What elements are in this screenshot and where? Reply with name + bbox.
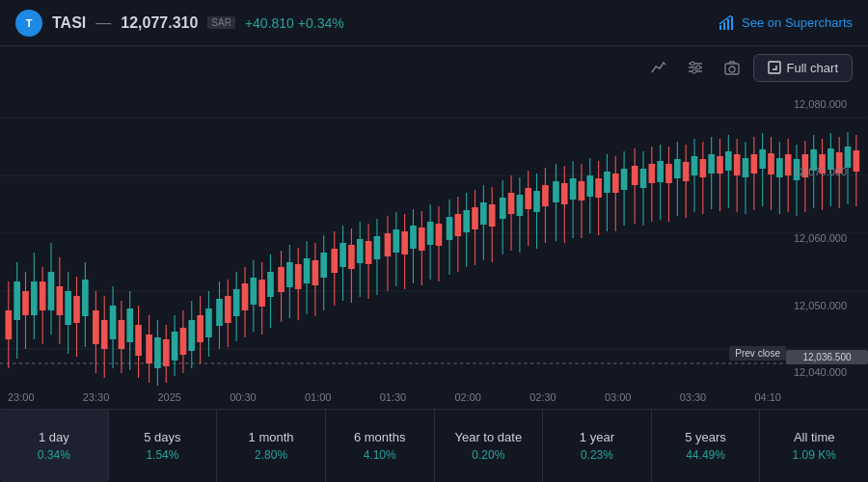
svg-rect-102: [366, 241, 372, 264]
camera-icon: [723, 59, 741, 76]
time-label-6: 02:00: [454, 391, 481, 405]
svg-rect-40: [93, 310, 99, 344]
time-label-9: 03:30: [680, 391, 707, 405]
svg-rect-96: [339, 243, 346, 267]
svg-rect-162: [632, 166, 638, 185]
period-ytd[interactable]: Year to date 0.20%: [435, 410, 544, 482]
price-main: 12,077.310: [121, 14, 198, 32]
svg-rect-120: [447, 217, 453, 240]
svg-point-8: [696, 66, 700, 69]
supercharts-label[interactable]: See on Supercharts: [742, 15, 853, 30]
svg-rect-86: [295, 264, 302, 289]
period-6months[interactable]: 6 months 4.10%: [326, 410, 435, 482]
price-level-5: 12,040.000: [794, 366, 860, 378]
svg-rect-28: [40, 281, 46, 310]
svg-rect-122: [455, 214, 462, 236]
svg-rect-110: [401, 231, 408, 254]
svg-rect-106: [385, 233, 392, 256]
svg-rect-136: [517, 195, 524, 216]
svg-rect-72: [233, 289, 240, 316]
svg-rect-160: [621, 169, 628, 190]
svg-rect-34: [65, 291, 71, 325]
svg-rect-158: [612, 174, 619, 193]
svg-rect-60: [180, 328, 187, 355]
svg-rect-58: [172, 332, 178, 361]
time-label-4: 01:00: [305, 391, 332, 405]
period-5years-change: 44.49%: [686, 448, 725, 462]
svg-point-9: [692, 69, 696, 73]
svg-rect-66: [205, 308, 212, 337]
toolbar: Full chart: [0, 46, 868, 89]
svg-rect-114: [419, 228, 425, 251]
price-axis: 12,080.000 12,070.000 12,060.000 12,050.…: [786, 89, 868, 388]
currency-badge: SAR: [207, 16, 235, 29]
full-chart-label: Full chart: [787, 61, 838, 75]
svg-rect-124: [463, 210, 470, 232]
svg-rect-82: [278, 267, 285, 292]
svg-rect-64: [197, 315, 203, 342]
svg-point-11: [729, 67, 735, 72]
line-chart-icon: [650, 59, 667, 76]
time-label-7: 02:30: [529, 391, 556, 405]
svg-rect-38: [82, 280, 89, 316]
period-5days-label: 5 days: [144, 430, 180, 444]
svg-rect-90: [312, 260, 319, 285]
svg-rect-144: [553, 181, 559, 202]
period-1year[interactable]: 1 year 0.23%: [543, 410, 652, 482]
period-5days[interactable]: 5 days 1.54%: [109, 410, 218, 482]
svg-rect-128: [480, 202, 487, 225]
svg-rect-84: [286, 262, 293, 287]
period-1day[interactable]: 1 day 0.34%: [0, 410, 109, 482]
period-1year-label: 1 year: [580, 430, 614, 444]
period-ytd-label: Year to date: [454, 430, 522, 444]
period-alltime[interactable]: All time 1.09 K%: [760, 410, 868, 482]
ticker-logo: T: [15, 10, 42, 37]
line-chart-button[interactable]: [643, 52, 674, 83]
separator: —: [95, 14, 111, 32]
time-label-5: 01:30: [380, 391, 407, 405]
svg-rect-70: [225, 296, 231, 323]
svg-rect-2: [727, 19, 729, 30]
svg-rect-1: [723, 22, 725, 30]
svg-rect-154: [595, 178, 602, 198]
time-label-8: 03:00: [605, 391, 632, 405]
svg-rect-12: [769, 62, 780, 73]
prev-close-label: Prev close: [729, 346, 786, 361]
svg-rect-176: [692, 156, 698, 175]
svg-rect-188: [743, 158, 749, 177]
svg-rect-20: [6, 310, 13, 339]
svg-rect-104: [374, 236, 381, 259]
price-change-abs: +40.810: [245, 15, 294, 31]
svg-rect-182: [717, 156, 723, 174]
full-chart-button[interactable]: Full chart: [753, 54, 853, 82]
svg-rect-26: [31, 281, 38, 315]
svg-rect-138: [525, 188, 531, 209]
period-1month[interactable]: 1 month 2.80%: [217, 410, 326, 482]
svg-rect-22: [14, 281, 20, 320]
prev-close-value: 12,036.500: [786, 350, 868, 364]
period-5years[interactable]: 5 years 44.49%: [652, 410, 761, 482]
svg-rect-134: [508, 193, 515, 214]
svg-rect-196: [776, 158, 783, 177]
svg-rect-56: [163, 339, 170, 366]
period-1month-label: 1 month: [249, 430, 294, 444]
svg-rect-174: [683, 162, 690, 181]
indicators-button[interactable]: [680, 52, 711, 83]
period-1year-change: 0.23%: [581, 448, 613, 462]
svg-rect-192: [759, 149, 766, 169]
candlestick-chart: [0, 89, 868, 388]
supercharts-icon: [719, 15, 734, 31]
supercharts-link[interactable]: See on Supercharts: [719, 15, 853, 31]
svg-rect-50: [135, 325, 142, 356]
svg-rect-180: [708, 154, 715, 174]
screenshot-button[interactable]: [717, 52, 747, 83]
svg-point-7: [691, 62, 694, 66]
svg-rect-194: [768, 153, 774, 174]
svg-rect-172: [674, 159, 681, 178]
svg-rect-150: [579, 181, 585, 201]
svg-rect-80: [267, 272, 274, 297]
period-5days-change: 1.54%: [146, 448, 178, 462]
svg-rect-54: [154, 337, 161, 368]
time-label-1: 23:30: [83, 391, 110, 405]
svg-rect-142: [542, 185, 549, 206]
